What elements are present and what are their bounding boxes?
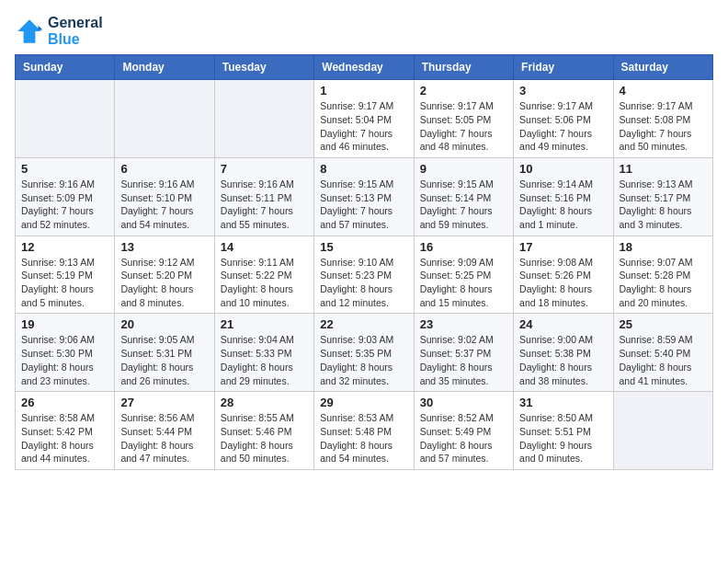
calendar-day-cell: 12Sunrise: 9:13 AM Sunset: 5:19 PM Dayli…	[16, 236, 115, 314]
calendar-week-row: 5Sunrise: 9:16 AM Sunset: 5:09 PM Daylig…	[16, 157, 713, 236]
day-number: 26	[21, 396, 108, 409]
calendar-day-cell: 23Sunrise: 9:02 AM Sunset: 5:37 PM Dayli…	[414, 314, 513, 392]
empty-cell	[16, 80, 115, 158]
calendar-table: SundayMondayTuesdayWednesdayThursdayFrid…	[15, 54, 713, 470]
day-info: Sunrise: 9:15 AM Sunset: 5:14 PM Dayligh…	[420, 178, 507, 232]
day-info: Sunrise: 9:14 AM Sunset: 5:16 PM Dayligh…	[519, 178, 607, 232]
day-info: Sunrise: 8:55 AM Sunset: 5:46 PM Dayligh…	[221, 411, 308, 465]
day-number: 2	[420, 84, 507, 98]
day-info: Sunrise: 9:13 AM Sunset: 5:17 PM Dayligh…	[620, 178, 707, 232]
calendar-day-cell: 17Sunrise: 9:08 AM Sunset: 5:26 PM Dayli…	[514, 236, 613, 314]
page-header: General Blue	[15, 15, 713, 47]
day-number: 6	[120, 162, 208, 176]
day-info: Sunrise: 9:15 AM Sunset: 5:13 PM Dayligh…	[320, 178, 407, 232]
day-info: Sunrise: 9:10 AM Sunset: 5:23 PM Dayligh…	[320, 256, 407, 310]
calendar-day-cell: 6Sunrise: 9:16 AM Sunset: 5:10 PM Daylig…	[115, 157, 214, 236]
day-info: Sunrise: 9:12 AM Sunset: 5:20 PM Dayligh…	[120, 256, 208, 310]
day-number: 21	[221, 317, 308, 331]
calendar-day-cell: 7Sunrise: 9:16 AM Sunset: 5:11 PM Daylig…	[214, 157, 313, 236]
empty-cell	[214, 80, 313, 158]
empty-cell	[613, 392, 712, 470]
day-number: 28	[221, 396, 308, 409]
day-info: Sunrise: 9:00 AM Sunset: 5:38 PM Dayligh…	[519, 333, 607, 387]
day-info: Sunrise: 9:08 AM Sunset: 5:26 PM Dayligh…	[519, 256, 607, 310]
day-info: Sunrise: 8:52 AM Sunset: 5:49 PM Dayligh…	[420, 411, 507, 465]
day-info: Sunrise: 9:04 AM Sunset: 5:33 PM Dayligh…	[221, 333, 308, 387]
day-info: Sunrise: 9:17 AM Sunset: 5:06 PM Dayligh…	[519, 99, 607, 154]
day-info: Sunrise: 9:02 AM Sunset: 5:37 PM Dayligh…	[420, 333, 507, 387]
day-number: 23	[420, 317, 507, 331]
day-number: 18	[620, 240, 707, 254]
day-number: 25	[620, 317, 707, 331]
calendar-day-cell: 14Sunrise: 9:11 AM Sunset: 5:22 PM Dayli…	[214, 236, 313, 314]
day-number: 4	[620, 84, 707, 98]
day-number: 11	[620, 162, 707, 176]
day-number: 16	[420, 240, 507, 254]
calendar-week-row: 1Sunrise: 9:17 AM Sunset: 5:04 PM Daylig…	[16, 80, 713, 158]
day-number: 3	[519, 84, 607, 98]
weekday-header-saturday: Saturday	[613, 55, 712, 80]
day-info: Sunrise: 8:56 AM Sunset: 5:44 PM Dayligh…	[120, 411, 208, 465]
calendar-day-cell: 13Sunrise: 9:12 AM Sunset: 5:20 PM Dayli…	[115, 236, 214, 314]
day-number: 31	[519, 396, 607, 409]
day-info: Sunrise: 9:13 AM Sunset: 5:19 PM Dayligh…	[21, 256, 108, 310]
calendar-day-cell: 20Sunrise: 9:05 AM Sunset: 5:31 PM Dayli…	[115, 314, 214, 392]
svg-marker-0	[17, 19, 41, 43]
weekday-header-tuesday: Tuesday	[214, 55, 313, 80]
day-number: 20	[120, 317, 208, 331]
day-number: 30	[420, 396, 507, 409]
day-info: Sunrise: 9:17 AM Sunset: 5:04 PM Dayligh…	[320, 99, 407, 154]
day-number: 17	[519, 240, 607, 254]
day-info: Sunrise: 9:17 AM Sunset: 5:05 PM Dayligh…	[420, 99, 507, 154]
day-info: Sunrise: 9:16 AM Sunset: 5:11 PM Dayligh…	[221, 178, 308, 232]
day-info: Sunrise: 9:06 AM Sunset: 5:30 PM Dayligh…	[21, 333, 108, 387]
weekday-header-row: SundayMondayTuesdayWednesdayThursdayFrid…	[16, 55, 713, 80]
calendar-week-row: 19Sunrise: 9:06 AM Sunset: 5:30 PM Dayli…	[16, 314, 713, 392]
calendar-day-cell: 11Sunrise: 9:13 AM Sunset: 5:17 PM Dayli…	[613, 157, 712, 236]
day-number: 12	[21, 240, 108, 254]
day-number: 9	[420, 162, 507, 176]
calendar-day-cell: 27Sunrise: 8:56 AM Sunset: 5:44 PM Dayli…	[115, 392, 214, 470]
calendar-day-cell: 26Sunrise: 8:58 AM Sunset: 5:42 PM Dayli…	[16, 392, 115, 470]
day-number: 29	[320, 396, 407, 409]
calendar-day-cell: 10Sunrise: 9:14 AM Sunset: 5:16 PM Dayli…	[514, 157, 613, 236]
calendar-day-cell: 21Sunrise: 9:04 AM Sunset: 5:33 PM Dayli…	[214, 314, 313, 392]
day-number: 13	[120, 240, 208, 254]
day-number: 10	[519, 162, 607, 176]
day-number: 5	[21, 162, 108, 176]
calendar-day-cell: 31Sunrise: 8:50 AM Sunset: 5:51 PM Dayli…	[514, 392, 613, 470]
day-info: Sunrise: 8:58 AM Sunset: 5:42 PM Dayligh…	[21, 411, 108, 465]
day-number: 24	[519, 317, 607, 331]
day-info: Sunrise: 8:59 AM Sunset: 5:40 PM Dayligh…	[620, 333, 707, 387]
day-info: Sunrise: 8:53 AM Sunset: 5:48 PM Dayligh…	[320, 411, 407, 465]
day-number: 14	[221, 240, 308, 254]
calendar-day-cell: 4Sunrise: 9:17 AM Sunset: 5:08 PM Daylig…	[613, 80, 712, 158]
calendar-day-cell: 2Sunrise: 9:17 AM Sunset: 5:05 PM Daylig…	[414, 80, 513, 158]
day-number: 8	[320, 162, 407, 176]
weekday-header-thursday: Thursday	[414, 55, 513, 80]
calendar-week-row: 26Sunrise: 8:58 AM Sunset: 5:42 PM Dayli…	[16, 392, 713, 470]
day-info: Sunrise: 9:09 AM Sunset: 5:25 PM Dayligh…	[420, 256, 507, 310]
calendar-day-cell: 16Sunrise: 9:09 AM Sunset: 5:25 PM Dayli…	[414, 236, 513, 314]
day-number: 7	[221, 162, 308, 176]
day-number: 15	[320, 240, 407, 254]
calendar-day-cell: 29Sunrise: 8:53 AM Sunset: 5:48 PM Dayli…	[314, 392, 414, 470]
calendar-day-cell: 15Sunrise: 9:10 AM Sunset: 5:23 PM Dayli…	[314, 236, 414, 314]
calendar-day-cell: 5Sunrise: 9:16 AM Sunset: 5:09 PM Daylig…	[16, 157, 115, 236]
day-info: Sunrise: 9:05 AM Sunset: 5:31 PM Dayligh…	[120, 333, 208, 387]
calendar-week-row: 12Sunrise: 9:13 AM Sunset: 5:19 PM Dayli…	[16, 236, 713, 314]
day-info: Sunrise: 8:50 AM Sunset: 5:51 PM Dayligh…	[519, 411, 607, 465]
calendar-day-cell: 18Sunrise: 9:07 AM Sunset: 5:28 PM Dayli…	[613, 236, 712, 314]
calendar-day-cell: 1Sunrise: 9:17 AM Sunset: 5:04 PM Daylig…	[314, 80, 414, 158]
weekday-header-sunday: Sunday	[16, 55, 115, 80]
day-info: Sunrise: 9:16 AM Sunset: 5:10 PM Dayligh…	[120, 178, 208, 232]
day-info: Sunrise: 9:17 AM Sunset: 5:08 PM Dayligh…	[620, 99, 707, 154]
day-info: Sunrise: 9:16 AM Sunset: 5:09 PM Dayligh…	[21, 178, 108, 232]
day-info: Sunrise: 9:03 AM Sunset: 5:35 PM Dayligh…	[320, 333, 407, 387]
day-number: 27	[120, 396, 208, 409]
logo-text: General Blue	[48, 15, 103, 47]
logo-icon	[15, 17, 44, 46]
day-number: 22	[320, 317, 407, 331]
calendar-day-cell: 30Sunrise: 8:52 AM Sunset: 5:49 PM Dayli…	[414, 392, 513, 470]
weekday-header-wednesday: Wednesday	[314, 55, 414, 80]
